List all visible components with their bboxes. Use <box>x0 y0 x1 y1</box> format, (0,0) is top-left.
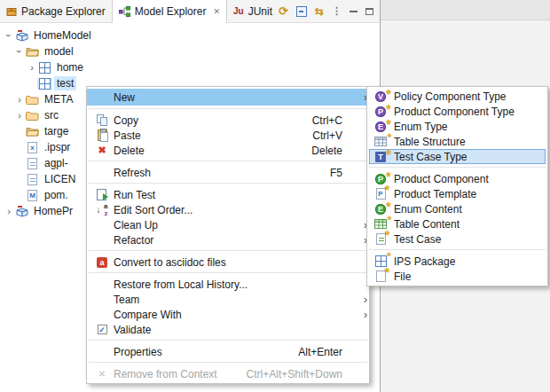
editor-tab-strip <box>381 0 550 20</box>
menu-item-new[interactable]: New › <box>87 89 369 106</box>
menu-item-delete[interactable]: ✖ Delete Delete <box>87 143 369 158</box>
ips-package-icon <box>37 78 52 90</box>
tree-item-label: META <box>42 92 75 106</box>
file-new-icon <box>373 270 389 282</box>
folder-icon <box>25 110 40 121</box>
minimize-icon[interactable] <box>350 11 358 15</box>
tree-item-label: LICEN <box>42 172 78 186</box>
tree-item-label: pom. <box>42 188 71 202</box>
submenu-item-policy-component-type[interactable]: V Policy Component Type <box>369 89 546 104</box>
chevron-right-icon[interactable]: › <box>14 110 25 121</box>
test-case-type-icon: T <box>373 152 389 162</box>
view-menu-icon[interactable]: ⋮ <box>332 5 342 17</box>
tree-item-label: HomePr <box>31 204 75 218</box>
tree-item-label: agpl- <box>42 156 71 170</box>
submenu-item-ips-package[interactable]: IPS Package <box>369 254 546 269</box>
package-explorer-icon <box>6 6 17 17</box>
submenu-item-product-template[interactable]: P Product Template <box>369 186 546 201</box>
submenu-arrow-icon: › <box>357 294 367 306</box>
menu-separator <box>89 161 367 161</box>
tree-item-label: model <box>42 44 76 59</box>
test-case-icon <box>373 233 389 245</box>
model-explorer-icon <box>119 6 130 17</box>
tab-package-explorer[interactable]: Package Explorer <box>0 0 112 22</box>
menu-item-edit-sort-order[interactable]: ↓az Edit Sort Order... <box>87 202 369 217</box>
submenu-arrow-icon: › <box>357 309 367 321</box>
table-structure-icon <box>373 137 389 146</box>
menu-item-team[interactable]: Team › <box>87 292 369 307</box>
tree-item-label: .ipspr <box>42 140 73 154</box>
submenu-item-test-case[interactable]: Test Case <box>369 231 546 247</box>
tree-item-homemodel[interactable]: › HomeModel <box>0 27 380 43</box>
menu-item-restore-history[interactable]: Restore from Local History... <box>87 277 369 292</box>
enum-type-icon: E <box>373 122 389 132</box>
refresh-sync-icon[interactable]: ⟳ <box>279 4 288 18</box>
new-submenu: V Policy Component Type P Product Compon… <box>366 86 548 286</box>
chevron-down-icon[interactable]: › <box>14 46 25 57</box>
menu-item-convert-asciidoc[interactable]: a Convert to asciidoc files <box>87 255 369 270</box>
chevron-right-icon[interactable]: › <box>27 62 37 73</box>
menu-item-refactor[interactable]: Refactor › <box>87 232 369 247</box>
view-toolbar: ⟳ ⇆ ⋮ <box>279 0 381 22</box>
folder-icon <box>25 94 40 105</box>
ips-package-icon <box>37 62 52 74</box>
submenu-item-test-case-type[interactable]: T Test Case Type <box>369 149 546 164</box>
tab-model-explorer[interactable]: Model Explorer ✕ <box>112 0 227 23</box>
tree-item-label: targe <box>42 124 71 138</box>
menu-separator <box>89 362 367 363</box>
menu-separator <box>369 249 546 250</box>
link-with-editor-icon[interactable]: ⇆ <box>315 5 324 18</box>
tree-item-model[interactable]: › model <box>0 43 380 59</box>
menu-item-paste[interactable]: Paste Ctrl+V <box>87 128 369 143</box>
menu-item-remove-from-context[interactable]: ✕ Remove from Context Ctrl+Alt+Shift+Dow… <box>87 366 369 381</box>
collapse-all-icon[interactable] <box>296 6 307 17</box>
tree-item-home[interactable]: › home <box>0 59 380 75</box>
submenu-item-table-content[interactable]: Table Content <box>369 216 546 231</box>
submenu-item-enum-type[interactable]: E Enum Type <box>369 119 546 134</box>
menu-item-refresh[interactable]: Refresh F5 <box>87 165 369 180</box>
submenu-item-file[interactable]: File <box>369 269 546 284</box>
menu-item-copy[interactable]: Copy Ctrl+C <box>87 113 369 128</box>
menu-separator <box>369 167 546 168</box>
menu-separator <box>89 250 367 251</box>
chevron-right-icon[interactable]: › <box>4 206 14 216</box>
menu-item-compare-with[interactable]: Compare With › <box>87 307 369 322</box>
context-menu: New › Copy Ctrl+C Paste Ctrl+V ✖ Delete … <box>86 86 370 384</box>
checked-checkbox-icon: ✓ <box>90 325 114 334</box>
copy-icon <box>90 114 114 126</box>
menu-item-validate[interactable]: ✓ Validate <box>87 322 369 337</box>
text-file-icon <box>25 158 40 169</box>
menu-item-run-test[interactable]: Run Test <box>87 187 369 202</box>
tree-item-label: src <box>42 108 61 122</box>
submenu-item-product-component-type[interactable]: P Product Component Type <box>369 104 546 119</box>
product-template-icon: P <box>373 188 389 200</box>
tree-item-label: test <box>54 76 76 90</box>
tab-label: JUnit <box>248 5 272 18</box>
paste-icon <box>90 129 114 141</box>
pom-file-icon: M <box>25 190 40 201</box>
remove-context-icon: ✕ <box>90 369 114 379</box>
submenu-item-enum-content[interactable]: E Enum Content <box>369 201 546 216</box>
delete-icon: ✖ <box>90 145 114 156</box>
run-test-icon <box>90 189 114 200</box>
menu-separator <box>89 183 367 184</box>
tab-label: Model Explorer <box>135 5 207 18</box>
xml-file-icon: x <box>25 142 40 153</box>
policy-component-type-icon: V <box>373 91 389 102</box>
ips-project-icon <box>14 30 29 42</box>
ips-project-icon <box>14 206 29 217</box>
asciidoc-icon: a <box>90 257 114 268</box>
submenu-item-table-structure[interactable]: Table Structure <box>369 134 546 149</box>
maximize-icon[interactable] <box>365 8 373 15</box>
chevron-right-icon[interactable]: › <box>14 94 25 105</box>
chevron-down-icon[interactable]: › <box>4 30 14 41</box>
text-file-icon <box>25 174 40 185</box>
tab-junit[interactable]: Ju JUnit <box>227 0 279 22</box>
view-tabbar: Package Explorer Model Explorer ✕ Ju JUn… <box>0 0 380 23</box>
table-content-icon <box>373 219 389 229</box>
submenu-item-product-component[interactable]: P Product Component <box>369 171 546 186</box>
close-icon[interactable]: ✕ <box>213 7 220 16</box>
menu-item-clean-up[interactable]: Clean Up › <box>87 217 369 232</box>
menu-item-properties[interactable]: Properties Alt+Enter <box>87 344 369 359</box>
ips-package-new-icon <box>373 255 389 267</box>
